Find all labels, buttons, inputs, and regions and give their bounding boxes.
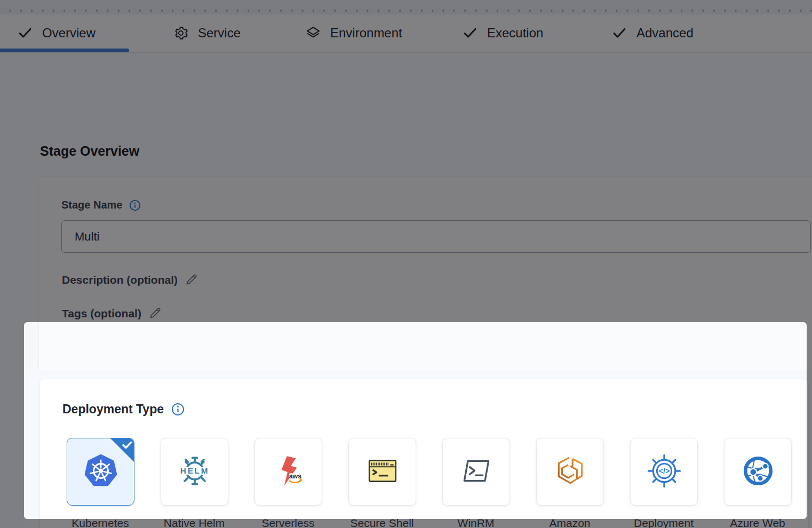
deployment-type-title: Deployment Type [62,402,185,417]
deployment-option-label: WinRM [428,515,524,528]
edit-tags-button[interactable] [148,306,163,321]
deployment-option-label: Native Helm [146,515,242,528]
helm-icon: HELM [176,452,213,492]
deployment-template-icon: </> [646,452,683,492]
edit-description-button[interactable] [184,273,199,287]
description-label: Description (optional) [62,273,199,287]
winrm-icon [459,453,494,491]
deployment-option-deployment-template[interactable]: </> [630,438,698,506]
deployment-option-label: Kubernetes [52,515,148,528]
tab-environment[interactable]: Environment [305,14,402,52]
deployment-option-label: Amazon ECS [522,515,618,528]
deployment-option-azure-web-apps[interactable] [724,438,792,506]
deployment-option-label: Serverless Lambda [240,515,336,528]
check-icon [462,25,478,41]
tab-label: Advanced [636,26,694,41]
page-title: Stage Overview [40,143,139,159]
deployment-option-secure-shell[interactable] [348,438,416,506]
deployment-option-kubernetes[interactable] [67,438,134,506]
secure-shell-icon [365,453,400,491]
tab-label: Environment [330,26,402,41]
active-tab-underline [0,49,129,52]
deployment-option-label: Azure Web Apps [710,515,806,528]
tags-label: Tags (optional) [62,306,163,321]
tab-execution[interactable]: Execution [462,14,543,52]
gear-icon [173,25,189,41]
tab-label: Service [198,26,241,41]
svg-text:HELM: HELM [180,466,209,475]
pipeline-canvas-dots [0,0,812,14]
deployment-option-label: Secure Shell [334,515,430,528]
info-icon[interactable] [171,403,185,416]
serverless-lambda-icon: aws [271,453,306,491]
deployment-option-amazon-ecs[interactable] [536,438,604,506]
deployment-option-native-helm[interactable]: HELM [161,438,228,506]
info-icon[interactable] [129,199,141,211]
check-icon [17,25,33,41]
tab-overview[interactable]: Overview [17,14,95,52]
selected-check-badge [110,438,134,465]
deployment-option-serverless-lambda[interactable]: aws [254,438,322,506]
check-icon [611,25,627,41]
tab-label: Overview [42,26,95,41]
layers-icon [305,25,321,41]
tab-service[interactable]: Service [173,14,241,52]
amazon-ecs-icon [553,453,588,491]
pencil-icon [148,306,162,322]
azure-web-apps-icon [741,453,776,491]
tab-advanced[interactable]: Advanced [611,14,694,52]
stage-name-label: Stage Name [61,199,141,211]
deployment-option-winrm[interactable] [442,438,510,506]
pencil-icon [185,273,198,288]
svg-text:</>: </> [658,467,670,475]
tab-label: Execution [487,26,543,41]
stage-tabbar: Overview Service Environment Execution A… [0,14,812,53]
stage-name-input[interactable] [61,220,811,253]
stage-overview-page: Stage Overview Stage Name Description (o… [0,53,812,528]
deployment-option-label: Deployment Template [616,515,712,528]
